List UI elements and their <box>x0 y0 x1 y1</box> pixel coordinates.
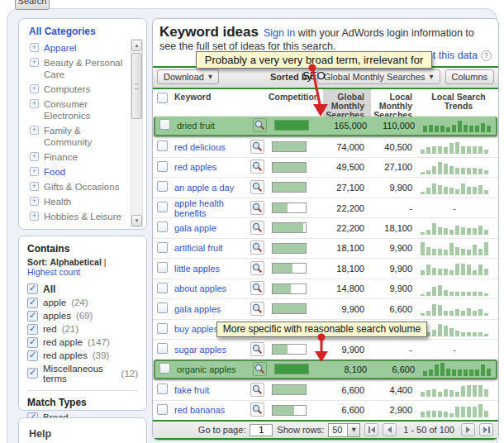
contains-filter-red[interactable]: red(21) <box>27 322 138 336</box>
keyword-link[interactable]: sugar apples <box>174 345 226 355</box>
expand-plus-icon[interactable]: + <box>30 167 39 176</box>
expand-plus-icon[interactable]: + <box>30 212 39 221</box>
row-checkbox[interactable] <box>157 181 168 192</box>
magnifier-icon[interactable] <box>250 241 264 255</box>
checkbox-miscellaneous-terms[interactable] <box>27 368 38 379</box>
sidebar-category-family-community[interactable]: +Family & Community <box>19 123 130 150</box>
row-checkbox[interactable] <box>157 202 168 212</box>
sidebar-category-beauty-personal-care[interactable]: +Beauty & Personal Care <box>19 55 130 82</box>
row-checkbox[interactable] <box>157 404 168 415</box>
row-checkbox[interactable] <box>159 119 170 130</box>
select-all-checkbox[interactable] <box>157 93 168 103</box>
row-checkbox[interactable] <box>157 222 168 232</box>
expand-plus-icon[interactable]: + <box>30 152 39 161</box>
categories-scrollbar[interactable]: ▲ ▼ <box>131 39 143 227</box>
magnifier-icon[interactable] <box>250 383 264 397</box>
expand-plus-icon[interactable]: + <box>30 84 39 93</box>
magnifier-icon[interactable] <box>250 180 264 194</box>
rows-per-page-select[interactable]: 50 ▼ <box>328 423 360 437</box>
search-button[interactable]: Search <box>15 0 50 10</box>
keyword-link[interactable]: organic apples <box>177 364 236 374</box>
sidebar-category-hobbies-leisure[interactable]: +Hobbies & Leisure <box>19 209 130 224</box>
expand-plus-icon[interactable]: + <box>30 58 39 67</box>
column-header-competition[interactable]: Competition <box>269 89 323 120</box>
sort-select[interactable]: Global Monthly Searches ▼ <box>317 69 440 84</box>
keyword-link[interactable]: gala apple <box>174 223 216 233</box>
keyword-link[interactable]: about apples <box>174 283 226 293</box>
keyword-link[interactable]: fake fruit <box>174 385 209 395</box>
last-page-button[interactable] <box>479 423 493 436</box>
keyword-link[interactable]: gala apples <box>174 304 221 314</box>
magnifier-icon[interactable] <box>250 201 264 215</box>
sort-option-highest-count[interactable]: Highest count <box>27 267 80 277</box>
magnifier-icon[interactable] <box>250 281 264 295</box>
sidebar-category-food[interactable]: +Food <box>19 164 130 179</box>
scroll-down-icon[interactable]: ▼ <box>131 215 142 226</box>
sign-in-link[interactable]: Sign in <box>264 27 295 39</box>
magnifier-icon[interactable] <box>250 302 264 316</box>
scroll-up-icon[interactable]: ▲ <box>131 40 142 51</box>
magnifier-icon[interactable] <box>250 403 264 417</box>
checkbox-apple[interactable] <box>27 298 38 308</box>
row-checkbox[interactable] <box>157 242 168 253</box>
sidebar-category-gifts-occasions[interactable]: +Gifts & Occasions <box>19 179 130 194</box>
row-checkbox[interactable] <box>157 262 168 273</box>
keyword-link[interactable]: buy apples <box>174 324 218 334</box>
magnifier-icon[interactable] <box>250 221 264 235</box>
sidebar-category-health[interactable]: +Health <box>19 194 130 209</box>
column-header-local-search-trends[interactable]: Local Search Trends <box>419 89 498 120</box>
row-checkbox[interactable] <box>157 302 168 313</box>
expand-plus-icon[interactable]: + <box>30 197 39 206</box>
keyword-link[interactable]: an apple a day <box>174 183 234 193</box>
contains-filter-red-apples[interactable]: red apples(39) <box>27 349 138 362</box>
keyword-link[interactable]: little apples <box>174 264 220 274</box>
magnifier-icon[interactable] <box>250 342 264 356</box>
download-button[interactable]: Download ▼ <box>157 69 219 84</box>
contains-filter-apples[interactable]: apples(69) <box>27 309 138 322</box>
column-header-local-monthly-searches[interactable]: Local Monthly Searches <box>371 89 419 120</box>
keyword-link[interactable]: apple health benefits <box>174 198 224 218</box>
contains-filter-apple[interactable]: apple(24) <box>27 296 138 309</box>
keyword-link[interactable]: red delicious <box>174 142 226 152</box>
sidebar-category-computers[interactable]: +Computers <box>19 82 130 97</box>
page-input[interactable] <box>250 424 273 436</box>
help-icon[interactable]: ? <box>481 50 492 61</box>
checkbox-red[interactable] <box>27 324 38 335</box>
row-checkbox[interactable] <box>157 383 168 394</box>
column-header-keyword[interactable]: Keyword <box>171 89 250 120</box>
sort-option-alphabetical[interactable]: Alphabetical <box>50 257 101 267</box>
row-checkbox[interactable] <box>157 323 168 334</box>
magnifier-icon[interactable] <box>250 160 264 174</box>
previous-page-button[interactable] <box>383 423 397 436</box>
magnifier-icon[interactable] <box>253 118 267 132</box>
row-checkbox[interactable] <box>157 343 168 354</box>
sidebar-category-consumer-electronics[interactable]: +Consumer Electronics <box>19 97 130 123</box>
row-checkbox[interactable] <box>157 283 168 293</box>
keyword-link[interactable]: dried fruit <box>177 121 215 131</box>
expand-plus-icon[interactable]: + <box>30 126 39 135</box>
expand-plus-icon[interactable]: + <box>30 43 39 52</box>
column-header-global-monthly-searches[interactable]: Global Monthly Searches <box>323 89 371 120</box>
keyword-link[interactable]: red bananas <box>174 405 225 415</box>
row-checkbox[interactable] <box>159 363 170 374</box>
checkbox-all[interactable] <box>27 283 38 294</box>
keyword-link[interactable]: artificial fruit <box>174 243 223 253</box>
magnifier-icon[interactable] <box>250 140 264 154</box>
keyword-link[interactable]: red apples <box>174 162 216 172</box>
scrollbar-thumb[interactable] <box>131 53 142 119</box>
contains-filter-red-apple[interactable]: red apple(147) <box>27 336 138 349</box>
next-page-button[interactable] <box>461 423 475 436</box>
magnifier-icon[interactable] <box>250 261 264 275</box>
contains-filter-all[interactable]: All <box>27 282 138 296</box>
expand-plus-icon[interactable]: + <box>30 182 39 191</box>
row-checkbox[interactable] <box>157 161 168 172</box>
sidebar-category-apparel[interactable]: +Apparel <box>19 40 130 55</box>
expand-plus-icon[interactable]: + <box>30 99 39 108</box>
sidebar-category-finance[interactable]: +Finance <box>19 150 130 164</box>
first-page-button[interactable] <box>364 423 378 436</box>
contains-filter-miscellaneous-terms[interactable]: Miscellaneous terms(12) <box>27 362 138 384</box>
checkbox-apples[interactable] <box>27 311 38 322</box>
checkbox-red-apples[interactable] <box>27 350 38 361</box>
checkbox-red-apple[interactable] <box>27 337 38 348</box>
magnifier-icon[interactable] <box>253 362 267 376</box>
